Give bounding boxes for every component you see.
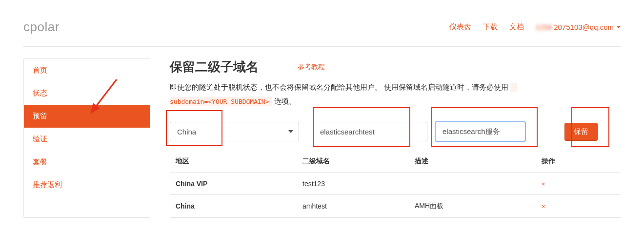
sidebar-item-plan[interactable]: 套餐 xyxy=(24,151,150,173)
cell-subdomain: test123 xyxy=(302,180,415,188)
col-region: 地区 xyxy=(176,157,302,166)
brand-logo: cpolar xyxy=(23,19,60,35)
cell-description: AMH面板 xyxy=(415,202,542,210)
sidebar-item-label: 预留 xyxy=(33,112,47,120)
sidebar-item-referral[interactable]: 推荐返利 xyxy=(24,173,150,196)
sidebar-item-status[interactable]: 状态 xyxy=(24,82,150,105)
main-content: 保留二级子域名 参考教程 即使您的隧道处于脱机状态，也不会将保留域名分配给其他用… xyxy=(170,58,621,218)
sidebar-item-label: 验证 xyxy=(33,134,47,143)
delete-icon[interactable]: × xyxy=(542,180,545,188)
sidebar-item-label: 首页 xyxy=(33,66,47,74)
region-select[interactable]: China xyxy=(170,122,299,141)
reserved-table: 地区 二级域名 描述 操作 China VIP test123 × China … xyxy=(170,150,621,218)
sidebar-item-label: 套餐 xyxy=(33,157,47,166)
reserve-form: China 保留 xyxy=(170,122,621,141)
nav-user-menu[interactable]: 1234 2075103@qq.com xyxy=(536,23,621,31)
table-row: China VIP test123 × xyxy=(170,173,621,195)
reference-tutorial-link[interactable]: 参考教程 xyxy=(298,63,325,72)
description-input[interactable] xyxy=(435,122,525,141)
chevron-down-icon xyxy=(617,26,621,28)
user-email-blurred: 1234 xyxy=(536,23,552,31)
nav-dashboard[interactable]: 仪表盘 xyxy=(449,22,471,32)
desc-text-suffix: 选项。 xyxy=(274,97,296,105)
sidebar-item-reserve[interactable]: 预留 xyxy=(24,105,150,128)
header: cpolar 仪表盘 下载 文档 1234 2075103@qq.com xyxy=(23,19,621,47)
col-description: 描述 xyxy=(415,157,542,166)
table-row: China amhtest AMH面板 × xyxy=(170,195,621,218)
page-title: 保留二级子域名 xyxy=(170,58,259,76)
user-email-tail: 2075103@qq.com xyxy=(554,23,614,31)
col-action: 操作 xyxy=(542,157,615,166)
nav-docs[interactable]: 文档 xyxy=(509,22,524,32)
sidebar-item-verify[interactable]: 验证 xyxy=(24,128,150,151)
col-subdomain: 二级域名 xyxy=(302,157,415,166)
delete-icon[interactable]: × xyxy=(542,203,545,210)
reserve-button[interactable]: 保留 xyxy=(564,123,598,141)
table-header-row: 地区 二级域名 描述 操作 xyxy=(170,150,621,173)
sidebar-item-home[interactable]: 首页 xyxy=(24,59,150,82)
desc-text-prefix: 即使您的隧道处于脱机状态，也不会将保留域名分配给其他用户。 使用保留域名启动隧道… xyxy=(170,83,510,91)
page-description: 即使您的隧道处于脱机状态，也不会将保留域名分配给其他用户。 使用保留域名启动隧道… xyxy=(170,80,521,108)
top-nav: 仪表盘 下载 文档 1234 2075103@qq.com xyxy=(449,22,621,32)
sidebar-item-label: 推荐返利 xyxy=(33,180,62,189)
cell-region: China xyxy=(176,202,302,210)
sidebar-item-label: 状态 xyxy=(33,89,47,97)
cell-subdomain: amhtest xyxy=(302,202,415,210)
nav-download[interactable]: 下载 xyxy=(483,22,498,32)
sidebar: 首页 状态 预留 验证 套餐 推荐返利 xyxy=(23,58,150,218)
cell-region: China VIP xyxy=(176,180,302,188)
subdomain-input[interactable] xyxy=(313,122,427,141)
